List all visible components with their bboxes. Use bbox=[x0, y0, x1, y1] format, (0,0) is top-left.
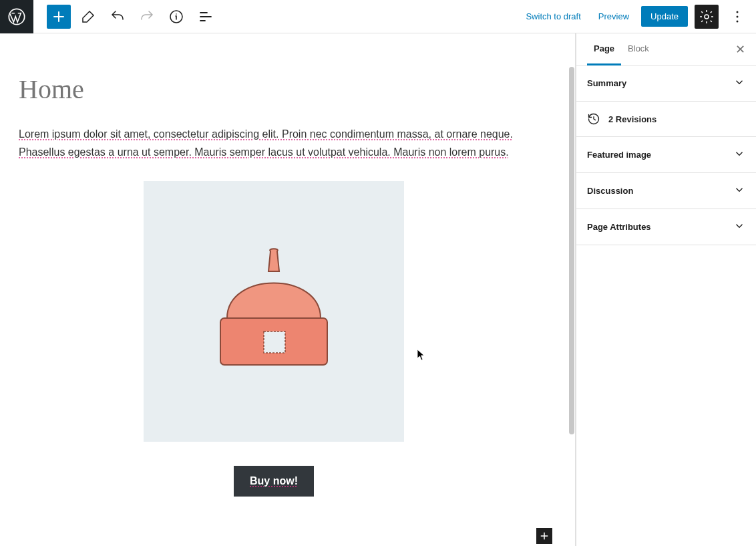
redo-button[interactable] bbox=[135, 5, 159, 29]
paragraph-block[interactable]: Lorem ipsum dolor sit amet, consectetur … bbox=[19, 125, 529, 161]
beanie-illustration bbox=[207, 238, 341, 385]
outline-button[interactable] bbox=[194, 5, 218, 29]
panel-page-attributes-label: Page Attributes bbox=[587, 222, 651, 232]
history-icon bbox=[587, 112, 600, 126]
update-button[interactable]: Update bbox=[641, 6, 688, 27]
chevron-down-icon bbox=[733, 220, 745, 234]
top-toolbar: Switch to draft Preview Update bbox=[0, 0, 756, 33]
panel-summary-label: Summary bbox=[587, 78, 626, 88]
chevron-down-icon bbox=[733, 76, 745, 90]
panel-featured-image[interactable]: Featured image bbox=[576, 137, 756, 173]
details-button[interactable] bbox=[164, 5, 188, 29]
svg-point-3 bbox=[737, 11, 739, 13]
panel-revisions[interactable]: 2 Revisions bbox=[576, 102, 756, 137]
settings-button[interactable] bbox=[695, 5, 719, 29]
sidebar-tabs: Page Block ✕ bbox=[576, 33, 756, 65]
add-block-button[interactable] bbox=[47, 5, 71, 29]
panel-featured-image-label: Featured image bbox=[587, 150, 651, 160]
edit-tools-button[interactable] bbox=[76, 5, 100, 29]
switch-to-draft-button[interactable]: Switch to draft bbox=[520, 7, 586, 25]
tab-page[interactable]: Page bbox=[587, 33, 621, 65]
buy-now-button[interactable]: Buy now! bbox=[234, 466, 314, 497]
panel-discussion[interactable]: Discussion bbox=[576, 173, 756, 209]
editor-canvas[interactable]: Home Lorem ipsum dolor sit amet, consect… bbox=[0, 33, 576, 546]
scrollbar[interactable] bbox=[568, 33, 575, 546]
panel-summary[interactable]: Summary bbox=[576, 65, 756, 102]
tab-block[interactable]: Block bbox=[621, 33, 656, 65]
toolbar-left bbox=[0, 0, 218, 33]
svg-point-2 bbox=[705, 15, 709, 19]
toolbar-right: Switch to draft Preview Update bbox=[520, 5, 749, 29]
settings-sidebar: Page Block ✕ Summary 2 Revisions Feature… bbox=[576, 33, 756, 546]
add-block-fab[interactable] bbox=[536, 528, 552, 544]
svg-point-5 bbox=[737, 20, 739, 22]
preview-button[interactable]: Preview bbox=[593, 7, 634, 25]
undo-button[interactable] bbox=[106, 5, 130, 29]
image-block[interactable] bbox=[144, 181, 404, 442]
panel-page-attributes[interactable]: Page Attributes bbox=[576, 209, 756, 245]
revisions-label: 2 Revisions bbox=[608, 114, 656, 124]
chevron-down-icon bbox=[733, 184, 745, 198]
svg-point-4 bbox=[737, 15, 739, 17]
wordpress-logo[interactable] bbox=[0, 0, 33, 33]
close-sidebar-button[interactable]: ✕ bbox=[729, 39, 751, 60]
page-title[interactable]: Home bbox=[19, 74, 529, 105]
panel-discussion-label: Discussion bbox=[587, 186, 633, 196]
svg-rect-7 bbox=[264, 331, 285, 353]
chevron-down-icon bbox=[733, 148, 745, 162]
options-button[interactable] bbox=[725, 5, 749, 29]
